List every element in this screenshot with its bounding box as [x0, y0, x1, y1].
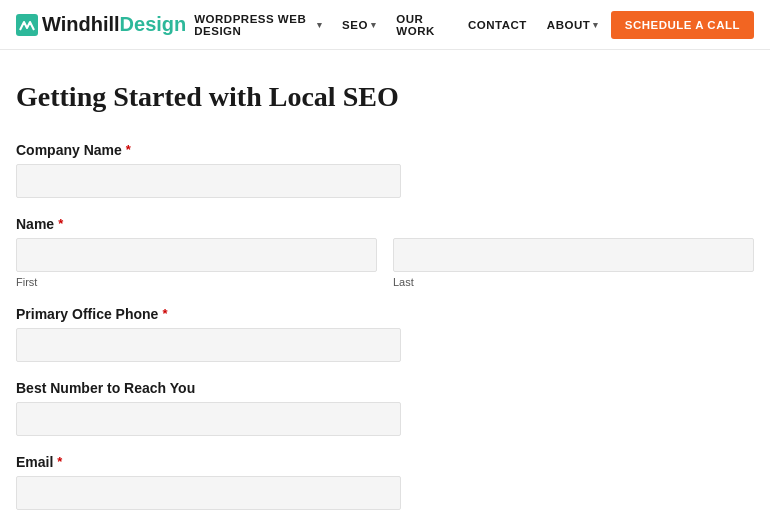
schedule-call-button[interactable]: SCHEDULE A CALL: [611, 11, 754, 39]
email-group: Email *: [16, 454, 754, 510]
nav-label-contact: CONTACT: [468, 19, 527, 31]
required-indicator: *: [57, 454, 62, 469]
primary-phone-label-text: Primary Office Phone: [16, 306, 158, 322]
company-name-input[interactable]: [16, 164, 401, 198]
required-indicator: *: [58, 216, 63, 231]
chevron-down-icon: ▾: [317, 20, 323, 30]
logo[interactable]: WindhillDesign: [16, 13, 186, 36]
primary-phone-group: Primary Office Phone *: [16, 306, 754, 362]
logo-text-windhill: Windhill: [42, 13, 120, 36]
nav-item-contact[interactable]: CONTACT: [460, 13, 535, 37]
name-row: First Last: [16, 238, 754, 288]
form-section: Company Name * Name * First Last: [16, 142, 754, 510]
best-number-input[interactable]: [16, 402, 401, 436]
nav-item-wordpress[interactable]: WORDPRESS WEB DESIGN ▾: [186, 7, 330, 43]
name-label: Name *: [16, 216, 754, 232]
nav-label-seo: SEO: [342, 19, 368, 31]
email-label-text: Email: [16, 454, 53, 470]
logo-icon: [16, 14, 38, 36]
page-title: Getting Started with Local SEO: [16, 80, 754, 114]
chevron-down-icon: ▾: [593, 20, 599, 30]
logo-text-design: Design: [120, 13, 187, 36]
first-name-sublabel: First: [16, 276, 377, 288]
best-number-label-text: Best Number to Reach You: [16, 380, 195, 396]
nav-label-our-work: OUR WORK: [396, 13, 448, 37]
primary-phone-input[interactable]: [16, 328, 401, 362]
navigation: WindhillDesign WORDPRESS WEB DESIGN ▾ SE…: [0, 0, 770, 50]
company-name-label-text: Company Name: [16, 142, 122, 158]
nav-item-about[interactable]: ABOUT ▾: [539, 13, 607, 37]
nav-item-seo[interactable]: SEO ▾: [334, 13, 384, 37]
company-name-label: Company Name *: [16, 142, 754, 158]
required-indicator: *: [162, 306, 167, 321]
nav-links: WORDPRESS WEB DESIGN ▾ SEO ▾ OUR WORK CO…: [186, 7, 754, 43]
first-name-input[interactable]: [16, 238, 377, 272]
svg-rect-0: [16, 14, 38, 36]
best-number-label: Best Number to Reach You: [16, 380, 754, 396]
required-indicator: *: [126, 142, 131, 157]
nav-label-wordpress: WORDPRESS WEB DESIGN: [194, 13, 313, 37]
last-name-input[interactable]: [393, 238, 754, 272]
chevron-down-icon: ▾: [371, 20, 377, 30]
main-content: Getting Started with Local SEO Company N…: [0, 50, 770, 518]
first-name-field: First: [16, 238, 377, 288]
last-name-field: Last: [393, 238, 754, 288]
nav-label-about: ABOUT: [547, 19, 590, 31]
company-name-group: Company Name *: [16, 142, 754, 198]
last-name-sublabel: Last: [393, 276, 754, 288]
name-group: Name * First Last: [16, 216, 754, 288]
best-number-group: Best Number to Reach You: [16, 380, 754, 436]
email-input[interactable]: [16, 476, 401, 510]
primary-phone-label: Primary Office Phone *: [16, 306, 754, 322]
name-label-text: Name: [16, 216, 54, 232]
email-label: Email *: [16, 454, 754, 470]
nav-item-our-work[interactable]: OUR WORK: [388, 7, 456, 43]
